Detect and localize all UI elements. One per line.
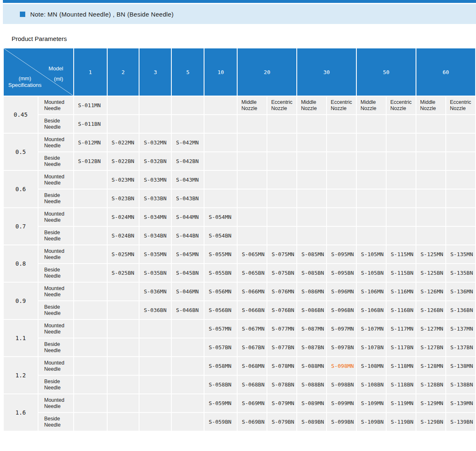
model-cell: S-075MN bbox=[267, 245, 296, 263]
product-table: Model(ml)(mm)Specifications1235102030506… bbox=[3, 48, 476, 432]
empty-cell bbox=[446, 152, 475, 170]
table-row: 1.6Mounted NeedleS-059MNS-069MNS-079MNS-… bbox=[4, 394, 475, 412]
empty-cell bbox=[139, 394, 171, 412]
model-cell: S-036BN bbox=[139, 301, 171, 319]
empty-cell bbox=[108, 283, 139, 300]
model-cell: S-058BN bbox=[204, 376, 237, 393]
model-cell: S-096BN bbox=[327, 301, 356, 319]
needle-type-cell: Beside Needle bbox=[38, 376, 73, 393]
model-cell: S-024MN bbox=[108, 208, 139, 226]
model-cell: S-079MN bbox=[267, 394, 296, 412]
empty-cell bbox=[416, 152, 445, 170]
empty-cell bbox=[327, 190, 356, 207]
model-cell: S-136BN bbox=[446, 301, 475, 319]
empty-cell bbox=[327, 227, 356, 245]
empty-cell bbox=[297, 171, 326, 189]
empty-cell bbox=[357, 190, 386, 207]
column-header-cell: 20 bbox=[238, 48, 296, 96]
model-cell: S-125BN bbox=[416, 264, 445, 282]
model-cell: S-129BN bbox=[416, 413, 445, 431]
empty-cell bbox=[446, 171, 475, 189]
model-cell: S-106MN bbox=[357, 283, 386, 300]
needle-type-cell: Mounted Needle bbox=[38, 208, 73, 226]
model-cell: S-097MN bbox=[327, 320, 356, 338]
model-cell: S-046MN bbox=[172, 283, 204, 300]
needle-type-cell: Beside Needle bbox=[38, 115, 73, 133]
empty-cell bbox=[204, 152, 237, 170]
empty-cell bbox=[172, 376, 204, 393]
empty-cell bbox=[74, 376, 107, 393]
model-cell: S-126BN bbox=[416, 301, 445, 319]
model-cell: S-127BN bbox=[416, 338, 445, 356]
model-cell: S-043BN bbox=[172, 190, 204, 207]
model-cell: S-087BN bbox=[297, 338, 326, 356]
table-row: Beside NeedleS-025BNS-035BNS-045BNS-055B… bbox=[4, 264, 475, 282]
model-cell: S-011BN bbox=[74, 115, 107, 133]
model-cell: S-107MN bbox=[357, 320, 386, 338]
empty-cell bbox=[74, 283, 107, 300]
empty-cell bbox=[172, 338, 204, 356]
table-row: Beside NeedleS-058BNS-068BNS-078BNS-088B… bbox=[4, 376, 475, 393]
model-cell: S-085MN bbox=[297, 245, 326, 263]
empty-cell bbox=[327, 152, 356, 170]
model-cell: S-077BN bbox=[267, 338, 296, 356]
model-cell: S-138BN bbox=[446, 376, 475, 393]
table-row: 0.6Mounted NeedleS-023MNS-033MNS-043MN bbox=[4, 171, 475, 189]
model-cell: S-067BN bbox=[238, 338, 267, 356]
note-text: Note: MN (Mounted Needle) , BN (Beside N… bbox=[30, 11, 173, 18]
empty-cell bbox=[387, 227, 416, 245]
empty-cell bbox=[204, 190, 237, 207]
empty-cell bbox=[108, 413, 139, 431]
model-cell: S-116MN bbox=[387, 283, 416, 300]
empty-cell bbox=[74, 338, 107, 356]
model-cell: S-057MN bbox=[204, 320, 237, 338]
empty-cell bbox=[74, 227, 107, 245]
table-row: 0.9Mounted NeedleS-036MNS-046MNS-056MNS-… bbox=[4, 283, 475, 300]
model-cell: S-097BN bbox=[327, 338, 356, 356]
empty-cell bbox=[297, 134, 326, 151]
empty-cell bbox=[416, 227, 445, 245]
table-row: Beside NeedleS-011BN bbox=[4, 115, 475, 133]
empty-cell bbox=[238, 227, 267, 245]
note-banner: Note: MN (Mounted Needle) , BN (Beside N… bbox=[3, 4, 476, 24]
needle-type-cell: Mounted Needle bbox=[38, 320, 73, 338]
empty-cell bbox=[267, 190, 296, 207]
model-cell: S-025MN bbox=[108, 245, 139, 263]
empty-cell bbox=[327, 208, 356, 226]
model-cell: S-042BN bbox=[172, 152, 204, 170]
empty-cell bbox=[74, 301, 107, 319]
column-header-cell: 10 bbox=[204, 48, 237, 96]
empty-cell bbox=[74, 190, 107, 207]
column-header-cell: 50 bbox=[357, 48, 416, 96]
model-cell: S-127MN bbox=[416, 320, 445, 338]
empty-cell bbox=[172, 413, 204, 431]
model-cell: S-118BN bbox=[387, 376, 416, 393]
empty-cell bbox=[416, 208, 445, 226]
model-cell: S-126MN bbox=[416, 283, 445, 300]
model-cell: S-033BN bbox=[139, 190, 171, 207]
empty-cell bbox=[238, 208, 267, 226]
spec-cell: 1.6 bbox=[4, 394, 38, 431]
empty-cell bbox=[267, 134, 296, 151]
empty-cell bbox=[74, 171, 107, 189]
empty-cell bbox=[357, 152, 386, 170]
model-cell: S-086MN bbox=[297, 283, 326, 300]
empty-cell bbox=[267, 208, 296, 226]
empty-cell bbox=[139, 115, 171, 133]
needle-type-cell: Mounted Needle bbox=[38, 96, 73, 114]
empty-cell bbox=[139, 357, 171, 375]
empty-cell bbox=[172, 96, 204, 114]
model-cell: S-022MN bbox=[108, 134, 139, 151]
model-cell: S-054MN bbox=[204, 208, 237, 226]
model-cell: S-054BN bbox=[204, 227, 237, 245]
empty-cell bbox=[446, 190, 475, 207]
model-cell: S-066MN bbox=[238, 283, 267, 300]
model-cell: S-065BN bbox=[238, 264, 267, 282]
table-row: Beside NeedleS-057BNS-067BNS-077BNS-087B… bbox=[4, 338, 475, 356]
empty-cell bbox=[327, 134, 356, 151]
empty-cell bbox=[357, 208, 386, 226]
model-cell: S-139MN bbox=[446, 394, 475, 412]
empty-cell bbox=[172, 357, 204, 375]
model-cell: S-056BN bbox=[204, 301, 237, 319]
model-cell: S-059BN bbox=[204, 413, 237, 431]
